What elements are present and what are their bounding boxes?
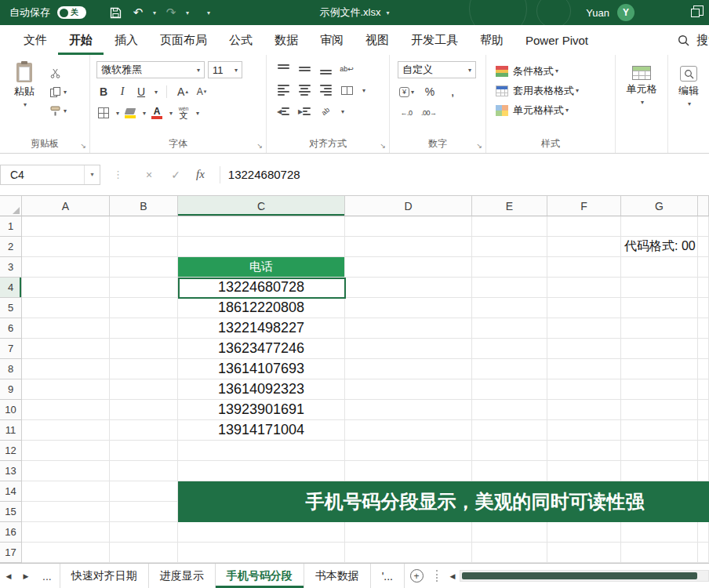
formula-bar-splitter[interactable]: ⋮	[113, 169, 123, 180]
ribbon-tab-7[interactable]: 视图	[354, 25, 400, 55]
cell-H13[interactable]	[698, 461, 709, 481]
row-header-1[interactable]: 1	[0, 216, 22, 237]
cell-A7[interactable]	[22, 339, 110, 359]
cell-H6[interactable]	[698, 318, 709, 339]
cell-F7[interactable]	[547, 339, 621, 359]
clipboard-dialog-launcher[interactable]: ↘	[80, 142, 86, 150]
new-sheet-button[interactable]: +	[405, 564, 428, 588]
cell-F12[interactable]	[547, 441, 621, 461]
cell-F16[interactable]	[547, 522, 621, 543]
ribbon-tab-4[interactable]: 公式	[218, 25, 264, 55]
format-painter-button[interactable]: ▾	[50, 103, 67, 118]
align-bottom-button[interactable]	[318, 61, 333, 77]
cell-D17[interactable]	[345, 543, 472, 563]
ribbon-tab-3[interactable]: 页面布局	[149, 25, 218, 55]
column-header-B[interactable]: B	[110, 196, 178, 216]
quick-access-customize-icon[interactable]: ▾	[207, 9, 210, 16]
ribbon-tab-2[interactable]: 插入	[104, 25, 149, 55]
cell-G8[interactable]	[621, 359, 698, 379]
align-center-button[interactable]	[297, 82, 311, 98]
cell-G3[interactable]	[621, 257, 698, 278]
editing-button[interactable]: 编辑 ▾	[668, 60, 709, 107]
cell-G13[interactable]	[621, 461, 698, 481]
cell-C3[interactable]: 电话	[178, 257, 345, 278]
horizontal-scrollbar-thumb[interactable]	[462, 572, 697, 579]
align-middle-button[interactable]	[297, 61, 311, 77]
cell-E4[interactable]	[472, 278, 547, 298]
column-header-F[interactable]: F	[547, 196, 621, 216]
fill-color-button[interactable]	[123, 105, 137, 121]
row-header-5[interactable]: 5	[0, 298, 22, 318]
cell-B13[interactable]	[110, 461, 178, 481]
cell-D13[interactable]	[345, 461, 472, 481]
cell-F13[interactable]	[547, 461, 621, 481]
cell-C8[interactable]: 13614107693	[178, 359, 345, 379]
percent-style-button[interactable]: %	[423, 84, 437, 100]
font-color-dropdown-icon[interactable]: ▾	[169, 110, 173, 117]
scroll-left-icon[interactable]: ◀	[445, 572, 460, 580]
save-button[interactable]	[107, 4, 123, 21]
cell-G9[interactable]	[621, 379, 698, 400]
align-right-button[interactable]	[318, 82, 333, 98]
row-header-13[interactable]: 13	[0, 461, 22, 481]
row-header-8[interactable]: 8	[0, 359, 22, 379]
cell-G10[interactable]	[621, 400, 698, 420]
bold-button[interactable]: B	[96, 84, 111, 100]
cell-F4[interactable]	[547, 278, 621, 298]
cell-E6[interactable]	[472, 318, 547, 339]
cell-H12[interactable]	[698, 441, 709, 461]
cell-C12[interactable]	[178, 441, 345, 461]
font-name-select[interactable]: 微软雅黑 ▾	[96, 61, 205, 78]
cell-B10[interactable]	[110, 400, 178, 420]
cell-E8[interactable]	[472, 359, 547, 379]
cell-H4[interactable]	[698, 278, 709, 298]
styles-button-1[interactable]: 套用表格格式▾	[496, 81, 615, 100]
cell-A3[interactable]	[22, 257, 110, 278]
redo-dropdown-icon[interactable]: ▾	[186, 9, 189, 16]
cell-F17[interactable]	[547, 543, 621, 563]
cell-C10[interactable]: 13923901691	[178, 400, 345, 420]
name-box[interactable]: C4 ▾	[0, 165, 100, 185]
cell-G5[interactable]	[621, 298, 698, 318]
cell-D16[interactable]	[345, 522, 472, 543]
styles-button-2[interactable]: 单元格样式▾	[496, 100, 615, 120]
cell-F1[interactable]	[547, 216, 621, 237]
cell-F5[interactable]	[547, 298, 621, 318]
horizontal-scrollbar[interactable]	[460, 570, 709, 582]
cell-E2[interactable]	[472, 237, 547, 257]
cell-E7[interactable]	[472, 339, 547, 359]
row-header-7[interactable]: 7	[0, 339, 22, 359]
row-header-6[interactable]: 6	[0, 318, 22, 339]
cell-G16[interactable]	[621, 522, 698, 543]
cell-C6[interactable]: 13221498227	[178, 318, 345, 339]
cell-D6[interactable]	[345, 318, 472, 339]
enter-button[interactable]: ✓	[169, 169, 182, 181]
merge-dropdown-icon[interactable]: ▾	[362, 87, 365, 94]
cell-G2[interactable]: 代码格式: 00	[621, 237, 698, 257]
decrease-indent-button[interactable]: ◀	[276, 103, 290, 119]
column-header-G[interactable]: G	[621, 196, 698, 216]
ribbon-tab-5[interactable]: 数据	[264, 25, 309, 55]
insert-function-button[interactable]: fx	[196, 168, 205, 181]
document-title[interactable]: 示例文件.xlsx ▾	[319, 0, 389, 25]
sheet-nav-left-icon[interactable]: ◀	[0, 564, 17, 588]
increase-indent-button[interactable]: ▶	[297, 103, 311, 119]
cell-B12[interactable]	[110, 441, 178, 461]
fill-color-dropdown-icon[interactable]: ▾	[143, 110, 146, 117]
cell-A12[interactable]	[22, 441, 110, 461]
user-name[interactable]: Yuan	[586, 7, 609, 19]
cell-E5[interactable]	[472, 298, 547, 318]
sheet-nav-right-icon[interactable]: ▶	[17, 564, 35, 588]
cell-H17[interactable]	[698, 543, 709, 563]
cell-A4[interactable]	[22, 278, 110, 298]
cell-C5[interactable]: 18612220808	[178, 298, 345, 318]
cell-E13[interactable]	[472, 461, 547, 481]
align-top-button[interactable]	[276, 61, 290, 77]
cell-C16[interactable]	[178, 522, 345, 543]
cell-F8[interactable]	[547, 359, 621, 379]
comma-style-button[interactable]: ,	[445, 84, 460, 100]
cell-H2[interactable]	[698, 237, 709, 257]
cell-A17[interactable]	[22, 543, 110, 563]
underline-button[interactable]: U	[134, 84, 148, 100]
name-box-dropdown-icon[interactable]: ▾	[84, 165, 100, 184]
